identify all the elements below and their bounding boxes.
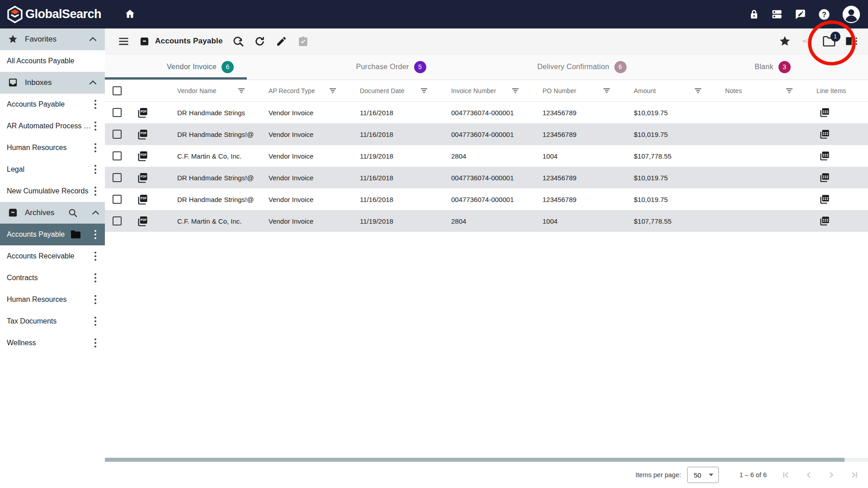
table-row[interactable]: DR Handmade Strings!@ Vendor Invoice 11/… <box>105 123 868 145</box>
table-row[interactable]: DR Handmade Strings!@ Vendor Invoice 11/… <box>105 188 868 210</box>
kebab-menu-button[interactable] <box>94 143 97 153</box>
inboxes-section-header[interactable]: Inboxes <box>0 72 105 94</box>
table-row[interactable]: C.F. Martin & Co, Inc. Vendor Invoice 11… <box>105 210 868 232</box>
pager-controls <box>780 469 860 481</box>
sidebar-item-all-accounts-payable[interactable]: All Accounts Payable <box>0 50 105 72</box>
kebab-menu-button[interactable] <box>94 338 97 348</box>
kebab-menu-button[interactable] <box>94 186 97 196</box>
favorite-button[interactable] <box>774 30 796 52</box>
filter-icon[interactable] <box>603 88 611 94</box>
horizontal-scrollbar[interactable] <box>105 458 868 462</box>
lock-button[interactable] <box>749 9 760 20</box>
filter-icon[interactable] <box>511 88 519 94</box>
search-icon[interactable] <box>68 208 78 218</box>
refresh-button[interactable] <box>249 30 271 52</box>
last-page-button[interactable] <box>848 469 860 481</box>
sidebar-item-label: Accounts Payable <box>7 100 65 108</box>
cell-ap-record-type: Vendor Invoice <box>269 196 360 203</box>
kebab-menu-button[interactable] <box>94 121 97 131</box>
row-checkbox[interactable] <box>113 130 122 139</box>
kebab-menu-button[interactable] <box>94 295 97 305</box>
filter-icon[interactable] <box>237 88 245 94</box>
row-checkbox[interactable] <box>113 195 122 204</box>
line-items-button[interactable] <box>816 128 868 140</box>
account-button[interactable] <box>842 5 861 24</box>
chevron-up-icon[interactable] <box>92 210 99 215</box>
pdf-icon[interactable] <box>129 172 177 184</box>
sidebar-item-inbox-human-resources[interactable]: Human Resources <box>0 137 105 159</box>
page-size-select[interactable]: 50 <box>687 467 719 483</box>
chevron-up-icon[interactable] <box>89 37 97 42</box>
sidebar-item-tax-documents[interactable]: Tax Documents <box>0 310 105 332</box>
tab-blank[interactable]: Blank 3 <box>677 54 868 80</box>
edit-button[interactable] <box>271 30 292 52</box>
tab-purchase-order[interactable]: Purchase Order 5 <box>296 54 486 80</box>
filter-icon[interactable] <box>785 88 793 94</box>
line-items-button[interactable] <box>816 172 868 183</box>
sidebar-item-wellness[interactable]: Wellness <box>0 332 105 354</box>
sidebar-item-archive-human-resources[interactable]: Human Resources <box>0 289 105 310</box>
page-range-label: 1 – 6 of 6 <box>740 471 767 479</box>
sidebar-item-legal[interactable]: Legal <box>0 159 105 180</box>
line-items-button[interactable] <box>816 215 868 227</box>
pdf-icon[interactable] <box>129 107 177 119</box>
horizontal-scrollbar-thumb[interactable] <box>105 458 844 462</box>
pdf-icon[interactable] <box>129 128 177 141</box>
line-items-button[interactable] <box>816 150 868 162</box>
first-page-button[interactable] <box>780 469 792 481</box>
home-button[interactable] <box>124 8 136 20</box>
feedback-button[interactable] <box>794 8 807 20</box>
previous-page-button[interactable] <box>803 469 815 481</box>
kebab-menu-button[interactable] <box>94 99 97 109</box>
pdf-icon[interactable] <box>129 150 177 162</box>
open-documents-button[interactable]: 1 <box>818 30 840 52</box>
search-again-icon <box>232 35 245 47</box>
archives-section-header[interactable]: Archives <box>0 202 105 224</box>
items-per-page-label: Items per page: <box>636 471 681 479</box>
verify-button[interactable] <box>292 30 314 52</box>
next-page-button[interactable] <box>826 469 837 481</box>
kebab-menu-button[interactable] <box>94 316 97 326</box>
kebab-menu-button[interactable] <box>94 273 97 283</box>
tab-label: Purchase Order <box>356 63 409 71</box>
kebab-menu-button[interactable] <box>94 230 97 239</box>
sidebar-item-ar-automated-process[interactable]: AR Automated Process … <box>0 115 105 137</box>
share-button[interactable] <box>796 30 818 52</box>
filter-icon[interactable] <box>329 88 337 94</box>
sidebar-item-contracts[interactable]: Contracts <box>0 267 105 289</box>
search-again-button[interactable] <box>227 30 249 52</box>
line-items-button[interactable] <box>816 193 868 205</box>
filter-icon[interactable] <box>420 88 428 94</box>
table-row[interactable]: C.F. Martin & Co, Inc. Vendor Invoice 11… <box>105 145 868 167</box>
chevron-up-icon[interactable] <box>89 80 97 85</box>
sidebar-item-archive-accounts-payable[interactable]: Accounts Payable <box>0 224 105 245</box>
sidebar-item-accounts-receivable[interactable]: Accounts Receivable <box>0 245 105 267</box>
select-all-checkbox[interactable] <box>113 86 122 95</box>
line-items-button[interactable] <box>816 107 868 118</box>
tab-delivery-confirmation[interactable]: Delivery Confirmation 6 <box>486 54 677 80</box>
cell-ap-record-type: Vendor Invoice <box>269 131 360 138</box>
kebab-menu-button[interactable] <box>94 164 97 174</box>
row-checkbox[interactable] <box>113 173 122 182</box>
row-checkbox[interactable] <box>113 108 122 117</box>
row-checkbox[interactable] <box>113 151 122 160</box>
server-list-button[interactable] <box>771 8 783 20</box>
tab-label: Blank <box>755 63 774 71</box>
menu-button[interactable] <box>113 30 134 52</box>
lock-icon <box>749 9 760 20</box>
sidebar-item-new-cumulative-records[interactable]: New Cumulative Records <box>0 180 105 202</box>
row-checkbox[interactable] <box>113 216 122 225</box>
split-view-button[interactable] <box>840 30 862 52</box>
active-tab-underline <box>105 77 247 80</box>
tab-vendor-invoice[interactable]: Vendor Invoice 6 <box>105 54 296 80</box>
sidebar-item-inbox-accounts-payable[interactable]: Accounts Payable <box>0 94 105 115</box>
filter-icon[interactable] <box>694 88 702 94</box>
brand-name: GlobalSearch <box>25 7 101 21</box>
table-row[interactable]: DR Handmade Strings Vendor Invoice 11/16… <box>105 102 868 123</box>
pdf-icon[interactable] <box>129 215 177 227</box>
favorites-section-header[interactable]: Favorites <box>0 28 105 50</box>
table-row[interactable]: DR Handmade Strings!@ Vendor Invoice 11/… <box>105 167 868 188</box>
help-button[interactable]: ? <box>818 8 830 21</box>
pdf-icon[interactable] <box>129 193 177 206</box>
kebab-menu-button[interactable] <box>94 251 97 261</box>
